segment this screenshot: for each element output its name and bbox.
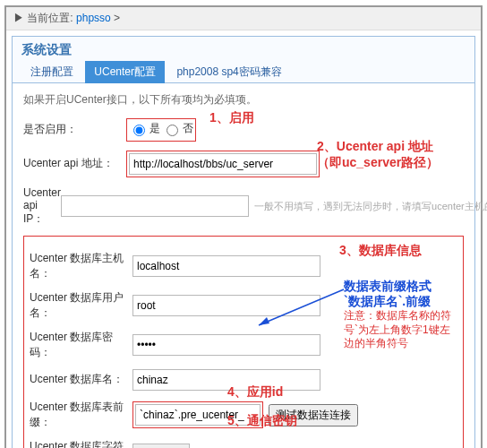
enable-no-radio[interactable] (167, 125, 178, 136)
dbpwd-input[interactable] (132, 334, 320, 356)
page-title: 系统设置 (13, 37, 474, 60)
ip-input[interactable] (61, 195, 249, 217)
dbpre-input[interactable] (135, 404, 261, 426)
api-label: Ucenter api 地址： (23, 156, 126, 171)
tab-ucenter[interactable]: UCenter配置 (85, 61, 165, 83)
enable-label: 是否启用： (23, 122, 126, 137)
test-conn-button[interactable]: 测试数据连连接 (269, 404, 358, 426)
tabs: 注册配置 UCenter配置 php2008 sp4密码兼容 (13, 60, 474, 83)
tab-register[interactable]: 注册配置 (21, 61, 82, 83)
dbpwd-label: Ucenter 数据库密码： (30, 330, 132, 360)
tab-php2008[interactable]: php2008 sp4密码兼容 (167, 61, 290, 83)
dbname-input[interactable] (132, 369, 320, 391)
dbhost-input[interactable] (132, 255, 320, 277)
ip-label: Ucenter api IP： (23, 186, 61, 227)
breadcrumb-icon: ▶ (13, 12, 24, 24)
breadcrumb: ▶ 当前位置: phpsso > (6, 7, 481, 30)
dbname-label: Ucenter 数据库名： (30, 372, 132, 387)
api-input[interactable] (129, 153, 317, 175)
form-hint: 如果开启UCenter接口，以下所有项均为必填项。 (23, 92, 464, 108)
dbpre-label: Ucenter 数据库表前缀： (30, 400, 132, 430)
dbuser-input[interactable] (132, 295, 320, 316)
dbhost-label: Ucenter 数据库主机名： (30, 251, 132, 281)
breadcrumb-link[interactable]: phpsso (76, 12, 111, 24)
charset-label: Ucenter 数据库字符集： (30, 439, 132, 449)
enable-yes-radio[interactable] (133, 125, 145, 136)
charset-select[interactable]: UTF-8 (132, 444, 190, 449)
dbuser-label: Ucenter 数据库用户名： (30, 290, 132, 321)
